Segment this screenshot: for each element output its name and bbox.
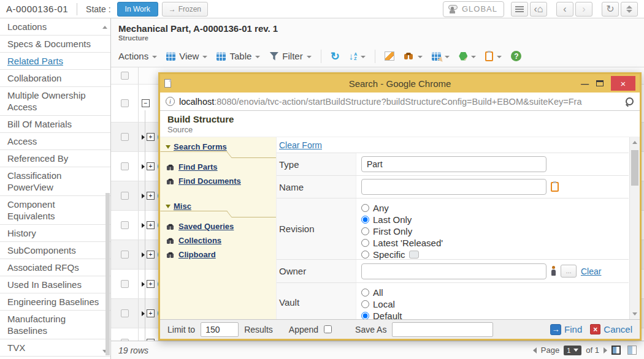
nav-item-clipboard[interactable]: Clipboard: [160, 248, 276, 262]
sidebar-item-specs-documents[interactable]: Specs & Documents: [0, 36, 110, 53]
menu-button[interactable]: [511, 2, 528, 17]
clear-form-link[interactable]: Clear Form: [279, 140, 322, 150]
revision-radio-latest-released[interactable]: [361, 239, 369, 247]
next-page-icon[interactable]: [604, 347, 607, 353]
cancel-button[interactable]: Cancel: [604, 324, 632, 334]
sidebar-item-bill-of-materials[interactable]: Bill Of Materials: [0, 116, 110, 133]
sidebar-scrollbar-thumb[interactable]: [105, 193, 110, 355]
sidebar-item-locations[interactable]: Locations: [0, 18, 110, 36]
append-checkbox[interactable]: [324, 325, 332, 333]
sidebar-item-referenced-by[interactable]: Referenced By: [0, 150, 110, 167]
previous-page-icon[interactable]: [533, 347, 537, 353]
edit-button[interactable]: [385, 51, 394, 61]
expand-icon[interactable]: +: [147, 221, 155, 229]
row-checkbox[interactable]: [121, 162, 129, 170]
scroll-up-icon[interactable]: [632, 141, 637, 144]
actions-menu[interactable]: Actions: [118, 51, 157, 61]
sidebar-item-related-parts[interactable]: Related Parts: [0, 53, 110, 70]
section-title[interactable]: Search Forms: [174, 142, 227, 151]
row-checkbox[interactable]: [121, 309, 129, 317]
nav-item-label[interactable]: Find Documents: [178, 176, 241, 186]
nav-item-find-documents[interactable]: Find Documents: [160, 174, 276, 188]
scrollbar-thumb[interactable]: [631, 150, 638, 186]
page-select[interactable]: 1: [564, 346, 581, 355]
expand-icon[interactable]: +: [147, 192, 155, 200]
select-all-checkbox[interactable]: [121, 72, 129, 80]
save-as-input[interactable]: [392, 322, 493, 337]
minimize-button[interactable]: —: [581, 80, 589, 88]
popup-title-bar[interactable]: Search - Google Chrome — ×: [160, 74, 640, 93]
vault-option-default[interactable]: Default: [361, 311, 402, 319]
revision-option-latest-released[interactable]: Latest 'Released': [361, 238, 443, 248]
filter-menu[interactable]: Filter: [269, 51, 311, 61]
url-text[interactable]: localhost:8080/enovia/tvc-action/startBu…: [179, 97, 621, 107]
close-button[interactable]: ×: [611, 76, 635, 91]
expand-icon[interactable]: +: [147, 133, 155, 141]
maximize-table-icon[interactable]: [611, 346, 621, 355]
revision-option-any[interactable]: Any: [361, 203, 389, 213]
url-bar[interactable]: i localhost:8080/enovia/tvc-action/start…: [160, 93, 640, 111]
search-menu[interactable]: [404, 53, 423, 59]
paste-clipboard-icon[interactable]: [551, 182, 559, 192]
owner-clear-link[interactable]: Clear: [581, 266, 601, 276]
revision-radio-any[interactable]: [361, 204, 369, 212]
split-view-icon[interactable]: [627, 346, 637, 355]
row-checkbox[interactable]: [121, 251, 129, 259]
refresh-button[interactable]: ↻: [602, 2, 619, 17]
sort-button[interactable]: ↓AZ: [349, 51, 366, 61]
type-input[interactable]: [361, 156, 546, 172]
name-input[interactable]: [361, 179, 546, 195]
sidebar-item-multiple-ownership-access[interactable]: Multiple Ownership Access: [0, 87, 110, 116]
back-button[interactable]: ‹: [556, 2, 573, 17]
nav-item-saved-queries[interactable]: Saved Queries: [160, 219, 276, 233]
owner-browse-button[interactable]: ...: [561, 265, 577, 278]
sidebar-item-collaboration[interactable]: Collaboration: [0, 70, 110, 87]
state-in-work-button[interactable]: In Work: [117, 2, 158, 17]
nav-item-label[interactable]: Saved Queries: [178, 222, 234, 231]
nav-item-find-parts[interactable]: Find Parts: [160, 160, 276, 174]
sidebar-item-associated-rfqs[interactable]: Associated RFQs: [0, 259, 110, 276]
sidebar-item-reports[interactable]: Reports: [0, 357, 110, 359]
scroll-down-icon[interactable]: [632, 312, 637, 316]
collapse-icon[interactable]: −: [142, 99, 150, 107]
sidebar-item-engineering-baselines[interactable]: Engineering Baselines: [0, 293, 110, 311]
revision-radio-first-only[interactable]: [361, 227, 369, 235]
sidebar-item-classification-powerview[interactable]: Classification PowerView: [0, 167, 110, 196]
home-button[interactable]: ‹⌂: [530, 2, 547, 17]
owner-input[interactable]: [361, 263, 546, 279]
sidebar-item-used-in-baselines[interactable]: Used In Baselines: [0, 276, 110, 293]
sidebar-item-tvx[interactable]: TVX: [0, 339, 110, 357]
nav-item-label[interactable]: Collections: [178, 236, 221, 245]
form-scrollbar[interactable]: [629, 137, 640, 319]
revision-specific-input[interactable]: [409, 251, 419, 259]
find-icon[interactable]: →: [550, 324, 561, 335]
limit-input[interactable]: [201, 322, 239, 337]
sidebar-item-label[interactable]: Related Parts: [7, 56, 63, 66]
expand-icon[interactable]: +: [147, 162, 155, 170]
row-checkbox[interactable]: [121, 192, 129, 200]
forward-button[interactable]: ›: [575, 2, 592, 17]
revision-option-first-only[interactable]: First Only: [361, 226, 412, 236]
sidebar-item-subcomponents[interactable]: SubComponents: [0, 242, 110, 259]
nav-item-label[interactable]: Find Parts: [178, 162, 218, 172]
find-button[interactable]: Find: [564, 324, 582, 334]
misc-section-header[interactable]: Misc: [160, 202, 276, 211]
row-checkbox[interactable]: [121, 221, 129, 229]
object-select-menu[interactable]: [459, 52, 476, 61]
vault-radio-default[interactable]: [361, 312, 369, 319]
search-forms-section-header[interactable]: Search Forms: [160, 142, 276, 151]
cancel-icon[interactable]: ×: [590, 324, 600, 334]
expand-icon[interactable]: +: [147, 251, 155, 259]
table-select-menu[interactable]: [432, 52, 450, 61]
revision-radio-last-only[interactable]: [361, 216, 369, 224]
vault-option-local[interactable]: Local: [361, 299, 395, 309]
collapse-expand-button[interactable]: [621, 2, 638, 17]
vault-radio-all[interactable]: [361, 289, 369, 297]
state-frozen-button[interactable]: →Frozen: [162, 2, 208, 17]
sidebar-item-component-equivalents[interactable]: Component Equivalents: [0, 196, 110, 225]
clipboard-menu[interactable]: [485, 51, 502, 61]
sidebar-item-access[interactable]: Access: [0, 133, 110, 150]
sidebar-scroll-up-icon[interactable]: [102, 26, 107, 29]
vault-option-all[interactable]: All: [361, 287, 383, 298]
expand-icon[interactable]: +: [147, 280, 155, 288]
